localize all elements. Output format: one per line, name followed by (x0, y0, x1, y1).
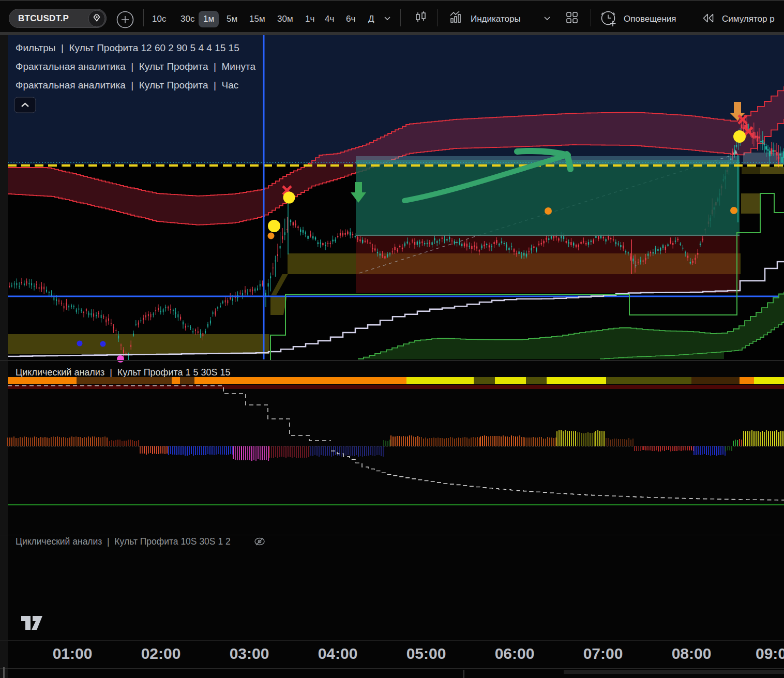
svg-text:Фильтры | Культ Профита 12 6: Фильтры | Культ Профита 12 60 2 90 5 4 4… (16, 42, 239, 53)
svg-text:01:00: 01:00 (53, 645, 93, 662)
svg-text:Циклический анализ | Культ П: Циклический анализ | Культ Профита 10S 3… (16, 536, 231, 547)
svg-text:09:0: 09:0 (756, 645, 784, 662)
svg-text:Фрактальная аналитика | Куль: Фрактальная аналитика | Культ Профита | … (16, 80, 238, 91)
svg-text:Циклический анализ | Культ П: Циклический анализ | Культ Профита 1 5 3… (16, 367, 231, 378)
svg-text:08:00: 08:00 (672, 645, 712, 662)
svg-text:04:00: 04:00 (318, 645, 358, 662)
svg-text:05:00: 05:00 (406, 645, 446, 662)
svg-text:06:00: 06:00 (495, 645, 535, 662)
svg-text:02:00: 02:00 (141, 645, 181, 662)
svg-text:07:00: 07:00 (583, 645, 623, 662)
svg-text:03:00: 03:00 (230, 645, 269, 662)
svg-text:Фрактальная аналитика | Куль: Фрактальная аналитика | Культ Профита | … (16, 61, 255, 72)
